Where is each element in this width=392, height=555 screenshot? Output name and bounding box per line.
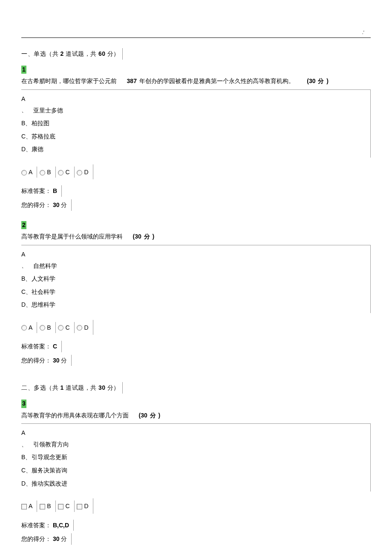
question-points: (30 分 ) xyxy=(307,78,329,84)
score-unit: 分 xyxy=(61,357,67,364)
radio-option-d[interactable]: D xyxy=(76,167,88,178)
section-single-choice-1: 一、单选（共 2 道试题，共 60 分） xyxy=(21,48,371,60)
question-text-main: 高等教育学是属于什么领域的应用学科 xyxy=(21,233,123,240)
radio-option-b[interactable]: B xyxy=(39,167,55,178)
answer-label: 标准答案： xyxy=(21,522,51,529)
score-value: 30 xyxy=(53,201,60,208)
answer-inputs: A B C D xyxy=(21,320,93,335)
checkbox-option-d[interactable]: D xyxy=(76,500,88,512)
radio-label: B xyxy=(47,324,51,331)
choice-d: D、康德 xyxy=(21,143,370,156)
section-header: 一、单选（共 2 道试题，共 60 分） xyxy=(21,48,123,60)
choice-c: C、服务决策咨询 xyxy=(21,464,370,477)
choice-text: 亚里士多德 xyxy=(33,106,63,113)
question-3: 3 高等教育学的作用具体表现在哪几个方面 (30 分 ) A 、 引领教育方向 … xyxy=(21,398,371,550)
section-header-mid: 道试题，共 xyxy=(66,50,97,57)
choice-text: 苏格拉底 xyxy=(32,133,55,140)
answer-value: B xyxy=(53,187,57,194)
checkbox-option-c[interactable]: C xyxy=(57,500,74,512)
standard-answer: 标准答案： B,C,D xyxy=(21,520,74,531)
radio-icon xyxy=(40,325,45,331)
choice-letter: D、 xyxy=(21,144,32,155)
checkbox-icon xyxy=(40,504,45,509)
section-header-pts: 60 xyxy=(98,50,106,57)
score-unit: 分 xyxy=(61,201,67,208)
answer-value: C xyxy=(53,343,57,350)
question-1: 1 在古希腊时期，哪位哲学家于公元前 387 年创办的学园被看作是雅典第一个永久… xyxy=(21,64,371,216)
question-text-a: 在古希腊时期，哪位哲学家于公元前 xyxy=(21,78,117,84)
choice-text: 引领教育方向 xyxy=(33,441,69,448)
score-value: 30 xyxy=(53,535,60,542)
radio-option-d[interactable]: D xyxy=(76,322,88,334)
question-2: 2 高等教育学是属于什么领域的应用学科 (30 分 ) A 、 自然科学 B、人… xyxy=(21,219,371,371)
section-header-post: 分） xyxy=(107,384,120,391)
choice-text: 社会科学 xyxy=(32,288,55,295)
question-text-c: 年创办的学园被看作是雅典第一个永久性的高等教育机构。 xyxy=(139,78,294,84)
section-header-mid: 道试题，共 xyxy=(66,384,97,391)
score-label: 您的得分： xyxy=(21,201,51,208)
checkbox-icon xyxy=(21,504,27,509)
section-header-pre: 一、单选（共 xyxy=(21,50,58,57)
checkbox-icon xyxy=(77,504,82,509)
answer-label: 标准答案： xyxy=(21,187,51,194)
section-header-pts: 30 xyxy=(98,384,106,391)
choice-b: B、人文科学 xyxy=(21,272,370,285)
section-header: 二、多选（共 1 道试题，共 30 分） xyxy=(21,382,123,394)
score-label: 您的得分： xyxy=(21,357,51,364)
section-multi-choice: 二、多选（共 1 道试题，共 30 分） xyxy=(21,382,371,394)
radio-option-c[interactable]: C xyxy=(57,167,74,178)
answer-inputs: A B C D xyxy=(21,164,93,180)
radio-label: B xyxy=(47,169,51,175)
checkbox-option-b[interactable]: B xyxy=(39,500,55,512)
choice-text: 思维科学 xyxy=(32,301,55,308)
question-number: 1 xyxy=(21,66,26,74)
choices: A 、 引领教育方向 B、引导观念更新 C、服务决策咨询 D、推动实践改进 xyxy=(21,423,371,492)
choice-a: A 、 自然科学 xyxy=(21,248,370,272)
radio-label: D xyxy=(84,324,88,331)
radio-icon xyxy=(58,325,63,331)
section-header-pre: 二、多选（共 xyxy=(21,384,58,391)
radio-icon xyxy=(77,170,82,175)
score-label: 您的得分： xyxy=(21,535,51,542)
choice-d: D、推动实践改进 xyxy=(21,477,370,490)
score-value: 30 xyxy=(53,357,60,364)
question-text-b: 387 xyxy=(127,78,137,84)
your-score: 您的得分： 30 分 xyxy=(21,199,72,211)
radio-label: C xyxy=(65,169,69,175)
header-rule xyxy=(21,37,371,38)
choice-d: D、思维科学 xyxy=(21,298,370,311)
radio-label: A xyxy=(29,324,32,331)
radio-label: A xyxy=(29,169,32,175)
section-header-count: 1 xyxy=(60,384,63,391)
radio-label: D xyxy=(84,169,88,175)
your-score: 您的得分： 30 分 xyxy=(21,355,72,366)
question-number: 2 xyxy=(21,221,26,230)
question-points: (30 分 ) xyxy=(139,412,161,419)
choice-text: 康德 xyxy=(32,146,43,152)
choice-b: B、柏拉图 xyxy=(21,117,370,130)
your-score: 您的得分： 30 分 xyxy=(21,533,72,545)
radio-icon xyxy=(58,170,63,175)
choice-letter: C、 xyxy=(21,465,32,476)
checkbox-label: C xyxy=(65,503,69,509)
checkbox-option-a[interactable]: A xyxy=(21,500,37,512)
answer-inputs: A B C D xyxy=(21,498,93,514)
radio-icon xyxy=(21,170,27,175)
choice-text: 人文科学 xyxy=(32,275,55,282)
choice-text: 服务决策咨询 xyxy=(32,467,67,474)
choice-text: 推动实践改进 xyxy=(32,480,67,487)
section-header-count: 2 xyxy=(60,50,63,57)
page: .' 一、单选（共 2 道试题，共 60 分） 1 在古希腊时期，哪位哲学家于公… xyxy=(0,0,392,555)
radio-option-b[interactable]: B xyxy=(39,322,55,334)
choice-a: A 、 亚里士多德 xyxy=(21,92,370,117)
choice-letter: B、 xyxy=(21,451,32,463)
question-text: 高等教育学的作用具体表现在哪几个方面 (30 分 ) xyxy=(21,410,371,421)
checkbox-icon xyxy=(58,504,63,509)
radio-option-a[interactable]: A xyxy=(21,167,37,178)
radio-option-a[interactable]: A xyxy=(21,322,37,334)
radio-option-c[interactable]: C xyxy=(57,322,74,334)
choices: A 、 亚里士多德 B、柏拉图 C、苏格拉底 D、康德 xyxy=(21,89,371,158)
checkbox-label: D xyxy=(84,503,88,509)
choice-text: 引导观念更新 xyxy=(32,454,67,460)
choice-letter: A 、 xyxy=(21,249,32,271)
